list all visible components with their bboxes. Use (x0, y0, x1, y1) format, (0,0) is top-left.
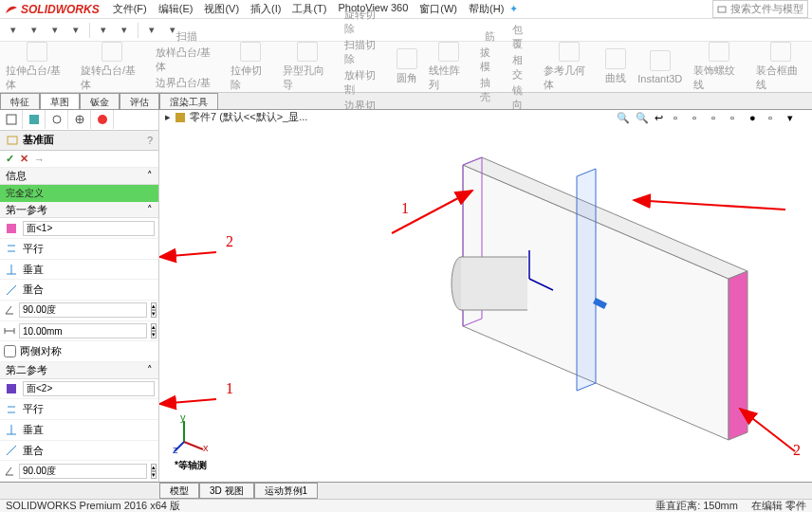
plane-icon (6, 134, 19, 147)
new-icon[interactable]: ▾ (6, 23, 21, 38)
annotation-arrows (159, 110, 812, 489)
perpendicular-icon[interactable] (4, 262, 19, 277)
angle-spinner[interactable]: ▴▾ (151, 302, 157, 318)
svg-line-37 (159, 399, 216, 404)
svg-rect-1 (7, 115, 16, 124)
rebuild-icon[interactable]: ▾ (144, 23, 159, 38)
parallel-icon[interactable] (4, 402, 19, 417)
anno-1a: 1 (401, 200, 409, 217)
property-panel: 基准面 ? ✓ ✕ → 信息˄ 完全定义 第一参考˄ 平行 垂直 重合 ▴▾ ▴… (0, 110, 159, 482)
menu-edit[interactable]: 编辑(E) (158, 2, 194, 16)
status-distance: 垂直距离: 150mm (655, 499, 738, 512)
panel-title: 基准面 (23, 133, 54, 147)
info-section[interactable]: 信息˄ (0, 168, 158, 185)
pin-icon[interactable]: ✦ (509, 3, 518, 15)
chevron-up-icon: ˄ (147, 204, 153, 216)
coincident-icon[interactable] (4, 443, 19, 458)
status-version: SOLIDWORKS Premium 2016 x64 版 (6, 499, 180, 512)
graphics-viewport[interactable]: ▸ 零件7 (默认<<默认>_显... 🔍 🔍 ↩ ▫ ▫ ▫ ▫ ● ▫ ▾ (159, 110, 812, 482)
distance-spinner[interactable]: ▴▾ (151, 323, 157, 338)
ribbon-extrude-cut[interactable]: 拉伸切除 (225, 42, 277, 92)
ribbon-instant3d[interactable]: Instant3D (632, 42, 688, 92)
context-tabs: 特征 草图 钣金 评估 渲染工具 (0, 93, 812, 110)
ribbon-rib[interactable]: 筋 拔模 抽壳 (474, 42, 506, 92)
help-icon[interactable]: ? (147, 135, 153, 146)
pm-tab-feature-tree[interactable] (0, 110, 23, 129)
parallel-icon[interactable] (4, 241, 19, 256)
ref1-section[interactable]: 第一参考˄ (0, 202, 158, 219)
svg-text:x: x (203, 442, 209, 453)
status-bar: SOLIDWORKS Premium 2016 x64 版 垂直距离: 150m… (0, 499, 812, 512)
ref1-angle-input[interactable] (19, 302, 147, 318)
app-logo: SOLIDWORKS (4, 2, 100, 17)
coincident-icon[interactable] (4, 283, 19, 298)
ctx-tab-feature[interactable]: 特征 (0, 93, 40, 109)
panel-title-row: 基准面 ? (0, 131, 158, 152)
menu-window[interactable]: 窗口(W) (419, 2, 457, 16)
pm-tab-dim[interactable] (68, 110, 91, 129)
anno-1b: 1 (226, 380, 233, 397)
angle-icon (4, 464, 15, 479)
ref1-distance-input[interactable] (19, 323, 147, 338)
quick-toolbar: ▾ ▾ ▾ ▾ ▾ ▾ ▾ ▾ (0, 19, 812, 42)
pushpin-icon[interactable]: → (34, 154, 45, 165)
status-fully-defined: 完全定义 (0, 185, 158, 202)
view-triad[interactable]: y x z (173, 415, 211, 453)
status-mode: 在编辑 零件 (751, 499, 806, 512)
menu-insert[interactable]: 插入(I) (250, 2, 281, 16)
svg-rect-2 (29, 115, 39, 124)
ctx-tab-sheetmetal[interactable]: 钣金 (80, 93, 120, 109)
redo-icon[interactable]: ▾ (117, 23, 132, 38)
bothsides-checkbox[interactable] (4, 345, 16, 357)
angle-spinner[interactable]: ▴▾ (151, 464, 157, 479)
ctx-tab-sketch[interactable]: 草图 (40, 93, 80, 109)
ok-button[interactable]: ✓ (6, 153, 14, 165)
svg-rect-8 (8, 137, 17, 144)
svg-text:z: z (173, 444, 178, 453)
ref2-angle-input[interactable] (19, 464, 147, 479)
svg-line-42 (184, 442, 203, 449)
folder-icon (717, 5, 727, 14)
ribbon-ref-geom[interactable]: 参考几何体 (538, 42, 600, 92)
menu-file[interactable]: 文件(F) (113, 2, 147, 16)
ctx-tab-render[interactable]: 渲染工具 (159, 93, 218, 109)
ref2-face-input[interactable] (23, 381, 155, 396)
ref2-section[interactable]: 第二参考˄ (0, 362, 158, 379)
ribbon-revolve-cut[interactable]: 旋转切除 扫描切除 放样切割 边界切除 (339, 42, 391, 92)
perpendicular-icon[interactable] (4, 422, 19, 437)
search-box[interactable]: 搜索文件与模型 (712, 0, 808, 18)
menu-tools[interactable]: 工具(T) (292, 2, 326, 16)
svg-line-13 (7, 285, 16, 295)
svg-line-36 (159, 252, 216, 257)
ribbon-fitspline[interactable]: 装合框曲线 (750, 42, 812, 92)
pm-tab-config[interactable] (46, 110, 68, 129)
menu-help[interactable]: 帮助(H) (469, 2, 504, 16)
save-icon[interactable]: ▾ (47, 23, 63, 38)
pm-tab-property[interactable] (23, 110, 46, 129)
ribbon-extrude-boss[interactable]: 拉伸凸台/基体 (0, 42, 75, 92)
svg-rect-0 (718, 7, 726, 12)
ribbon: 拉伸凸台/基体 旋转凸台/基体 扫描 放样凸台/基体 边界凸台/基体 拉伸切除 … (0, 42, 812, 93)
cancel-button[interactable]: ✕ (20, 153, 28, 165)
open-icon[interactable]: ▾ (27, 23, 42, 38)
distance-icon (4, 323, 15, 338)
ribbon-wrap[interactable]: 包覆 相交 镜向 (507, 42, 538, 92)
ribbon-linear-pattern[interactable]: 线性阵列 (423, 42, 475, 92)
ribbon-curves[interactable]: 曲线 (600, 42, 632, 92)
undo-icon[interactable]: ▾ (96, 23, 111, 38)
ribbon-revolve-boss[interactable]: 旋转凸台/基体 (75, 42, 150, 92)
ribbon-hole-wizard[interactable]: 异型孔向导 (277, 42, 339, 92)
svg-line-38 (634, 200, 785, 210)
svg-text:y: y (180, 415, 186, 423)
menu-bar: 文件(F) 编辑(E) 视图(V) 插入(I) 工具(T) PhotoView … (113, 2, 505, 16)
ref1-face-input[interactable] (23, 221, 155, 236)
svg-point-3 (53, 116, 61, 123)
print-icon[interactable]: ▾ (68, 23, 83, 38)
menu-view[interactable]: 视图(V) (204, 2, 239, 16)
ribbon-sweep[interactable]: 扫描 放样凸台/基体 边界凸台/基体 (150, 42, 225, 92)
ribbon-thread[interactable]: 装饰螺纹线 (688, 42, 749, 92)
ribbon-fillet[interactable]: 圆角 (391, 42, 423, 92)
chevron-up-icon: ˄ (147, 364, 153, 376)
pm-tab-appearance[interactable] (91, 110, 114, 129)
ctx-tab-evaluate[interactable]: 评估 (120, 93, 159, 109)
